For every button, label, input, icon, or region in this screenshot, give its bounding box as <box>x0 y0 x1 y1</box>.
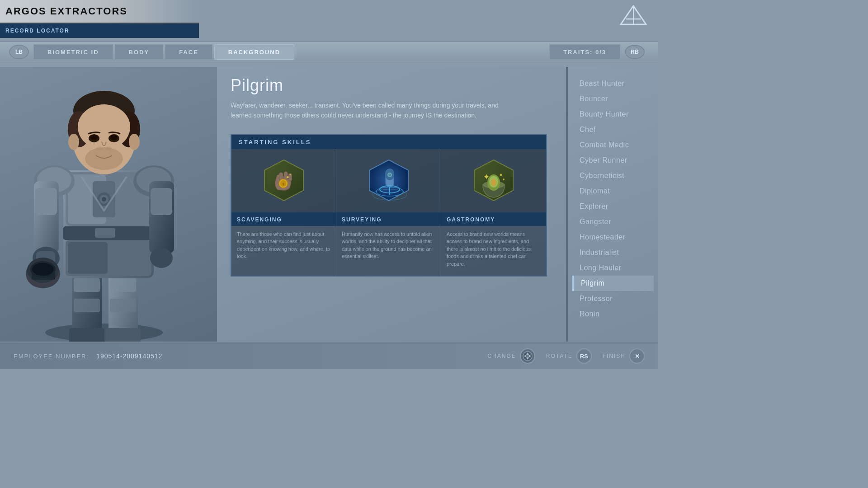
sidebar-item-ronin[interactable]: Ronin <box>572 306 654 322</box>
sidebar-item-homesteader[interactable]: Homesteader <box>572 230 654 245</box>
svg-point-53 <box>85 147 123 170</box>
skill-card-scavenging: $ SCAVENGING There are those who can fin… <box>231 149 336 276</box>
tab-body[interactable]: BODY <box>115 44 164 60</box>
tab-face[interactable]: FACE <box>165 44 212 60</box>
character-figure <box>9 67 199 342</box>
svg-rect-21 <box>95 228 115 238</box>
sidebar-item-chef[interactable]: Chef <box>572 122 654 137</box>
rotate-button[interactable]: RS <box>576 348 592 364</box>
rotate-action: ROTATE RS <box>546 348 592 364</box>
employee-label: EMPLOYEE NUMBER: <box>14 353 89 360</box>
svg-point-49 <box>90 135 98 140</box>
svg-point-55 <box>129 134 140 150</box>
sidebar-item-diplomat[interactable]: Diplomat <box>572 183 654 199</box>
background-title: Pilgrim <box>231 76 552 95</box>
svg-rect-6 <box>69 328 104 342</box>
skill-card-gastronomy: GASTRONOMY Access to brand new worlds me… <box>441 149 546 276</box>
background-desc: Wayfarer, wanderer, seeker... transient.… <box>231 100 520 121</box>
finish-button[interactable]: ✕ <box>629 348 645 364</box>
company-header: ARGOS EXTRACTORS <box>0 0 199 23</box>
tab-traits[interactable]: TRAITS: 0/3 <box>549 44 620 60</box>
nav-tabs: LB BIOMETRIC ID BODY FACE BACKGROUND TRA… <box>0 42 658 62</box>
svg-point-80 <box>500 174 502 176</box>
sidebar-list: Beast Hunter Bouncer Bounty Hunter Chef … <box>568 67 658 342</box>
sidebar-item-bounty-hunter[interactable]: Bounty Hunter <box>572 107 654 122</box>
skills-grid: $ SCAVENGING There are those who can fin… <box>231 149 546 276</box>
svg-rect-24 <box>109 242 149 274</box>
lb-button[interactable]: LB <box>9 45 29 59</box>
skills-section: STARTING SKILLS <box>231 134 547 277</box>
svg-rect-23 <box>68 242 108 274</box>
svg-rect-11 <box>110 299 136 312</box>
gastronomy-name: GASTRONOMY <box>447 216 495 223</box>
skills-header-text: STARTING SKILLS <box>239 139 311 145</box>
svg-rect-30 <box>35 188 57 215</box>
sidebar-item-long-hauler[interactable]: Long Hauler <box>572 260 654 276</box>
sidebar-item-gangster[interactable]: Gangster <box>572 214 654 230</box>
bottom-bar: EMPLOYEE NUMBER: 190514-2009140512 CHANG… <box>0 343 658 369</box>
svg-point-50 <box>110 135 118 140</box>
sidebar-item-bouncer[interactable]: Bouncer <box>572 91 654 107</box>
scavenging-name-bar: SCAVENGING <box>231 212 336 226</box>
sidebar-item-pilgrim[interactable]: Pilgrim <box>572 276 654 291</box>
svg-point-89 <box>526 355 529 357</box>
company-title: ARGOS EXTRACTORS <box>5 5 127 17</box>
surveying-desc: Humanity now has access to untold alien … <box>336 226 441 276</box>
sidebar-item-combat-medic[interactable]: Combat Medic <box>572 137 654 153</box>
surveying-icon-area <box>336 149 441 212</box>
main-content: Pilgrim Wayfarer, wanderer, seeker... tr… <box>0 67 658 342</box>
surveying-name-bar: SURVEYING <box>336 212 441 226</box>
svg-point-19 <box>102 197 106 202</box>
scavenging-icon-area: $ <box>231 149 336 212</box>
sidebar-item-cyber-runner[interactable]: Cyber Runner <box>572 153 654 168</box>
tab-biometric-id[interactable]: BIOMETRIC ID <box>33 44 113 60</box>
change-action: CHANGE <box>487 348 535 364</box>
svg-point-63 <box>287 176 288 178</box>
sidebar-item-professor[interactable]: Professor <box>572 291 654 306</box>
svg-point-40 <box>150 248 173 268</box>
svg-rect-39 <box>151 188 172 215</box>
rb-button[interactable]: RB <box>625 45 645 59</box>
scavenging-name: SCAVENGING <box>237 216 282 223</box>
skill-card-surveying: SURVEYING Humanity now has access to unt… <box>336 149 441 276</box>
gastronomy-desc: Access to brand new worlds means access … <box>441 226 546 276</box>
svg-point-54 <box>68 134 79 150</box>
bottom-actions: CHANGE ROTATE RS FINISH ✕ <box>487 348 645 364</box>
svg-rect-7 <box>105 328 141 342</box>
ae-logo <box>618 4 649 26</box>
svg-rect-8 <box>74 278 100 292</box>
rotate-label: ROTATE <box>546 353 573 359</box>
finish-action: FINISH ✕ <box>603 348 645 364</box>
svg-point-78 <box>491 179 496 186</box>
svg-rect-9 <box>110 278 136 292</box>
finish-label: FINISH <box>603 353 626 359</box>
scavenging-icon: $ <box>261 158 307 203</box>
svg-text:$: $ <box>282 183 284 186</box>
surveying-name: SURVEYING <box>342 216 382 223</box>
svg-point-64 <box>289 174 291 175</box>
sidebar-item-explorer[interactable]: Explorer <box>572 199 654 214</box>
gastronomy-name-bar: GASTRONOMY <box>441 212 546 226</box>
gastronomy-icon-area <box>441 149 546 212</box>
info-panel: Pilgrim Wayfarer, wanderer, seeker... tr… <box>217 67 566 342</box>
sidebar-item-beast-hunter[interactable]: Beast Hunter <box>572 76 654 91</box>
svg-point-37 <box>32 263 54 276</box>
svg-rect-10 <box>74 299 100 312</box>
sidebar-item-cyberneticist[interactable]: Cyberneticist <box>572 168 654 183</box>
scavenging-desc: There are those who can find just about … <box>231 226 336 276</box>
record-locator-text: RECORD LOCATOR <box>5 28 70 34</box>
character-panel <box>0 67 217 342</box>
employee-number: 190514-2009140512 <box>96 352 162 360</box>
change-label: CHANGE <box>487 353 516 359</box>
surveying-icon <box>366 158 411 203</box>
svg-point-73 <box>388 174 391 176</box>
svg-point-81 <box>503 178 505 180</box>
record-locator-bar: RECORD LOCATOR <box>0 23 199 38</box>
skills-header: STARTING SKILLS <box>231 135 546 149</box>
sidebar-item-industrialist[interactable]: Industrialist <box>572 245 654 260</box>
change-button[interactable] <box>520 348 535 364</box>
tab-background[interactable]: BACKGROUND <box>214 44 294 60</box>
gastronomy-icon <box>471 158 516 203</box>
svg-point-46 <box>78 104 130 150</box>
top-bar: ARGOS EXTRACTORS RECORD LOCATOR <box>0 0 658 41</box>
